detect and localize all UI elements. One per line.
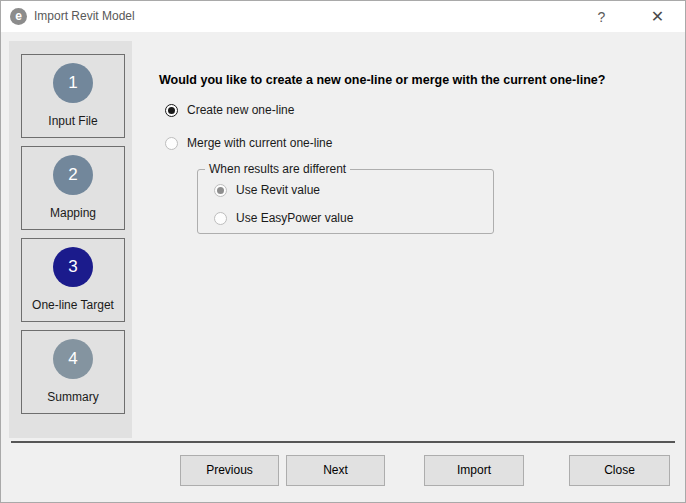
step-label: Mapping xyxy=(22,206,124,220)
radio-use-revit-value[interactable]: Use Revit value xyxy=(214,183,320,197)
step-mapping[interactable]: 2 Mapping xyxy=(21,146,125,230)
step-number-badge: 1 xyxy=(53,63,93,103)
step-number-badge: 2 xyxy=(53,155,93,195)
step-label: One-line Target xyxy=(22,298,124,312)
step-one-line-target[interactable]: 3 One-line Target xyxy=(21,238,125,322)
question-heading: Would you like to create a new one-line … xyxy=(159,73,605,87)
step-input-file[interactable]: 1 Input File xyxy=(21,54,125,138)
import-button[interactable]: Import xyxy=(424,455,524,486)
radio-label: Use EasyPower value xyxy=(236,211,353,225)
step-number-badge: 4 xyxy=(53,339,93,379)
radio-create-new-one-line[interactable]: Create new one-line xyxy=(165,103,294,117)
help-button[interactable]: ? xyxy=(579,1,624,32)
step-number-badge: 3 xyxy=(53,247,93,287)
title-bar: e Import Revit Model ? ✕ xyxy=(1,1,685,32)
next-button[interactable]: Next xyxy=(286,455,385,486)
previous-button[interactable]: Previous xyxy=(180,455,279,486)
radio-button-icon[interactable] xyxy=(165,137,178,150)
groupbox-title: When results are different xyxy=(205,162,350,176)
window-close-button[interactable]: ✕ xyxy=(635,1,680,32)
import-revit-model-dialog: e Import Revit Model ? ✕ 1 Input File 2 … xyxy=(0,0,686,503)
radio-button-icon[interactable] xyxy=(165,104,178,117)
radio-button-icon[interactable] xyxy=(214,184,227,197)
radio-button-icon[interactable] xyxy=(214,212,227,225)
step-label: Input File xyxy=(22,114,124,128)
wizard-steps-sidebar: 1 Input File 2 Mapping 3 One-line Target… xyxy=(9,41,132,438)
radio-use-easypower-value[interactable]: Use EasyPower value xyxy=(214,211,353,225)
radio-label: Merge with current one-line xyxy=(187,136,332,150)
radio-label: Use Revit value xyxy=(236,183,320,197)
radio-merge-with-current-one-line[interactable]: Merge with current one-line xyxy=(165,136,332,150)
when-results-differ-groupbox: When results are different Use Revit val… xyxy=(197,169,494,234)
step-summary[interactable]: 4 Summary xyxy=(21,330,125,414)
radio-label: Create new one-line xyxy=(187,103,294,117)
footer-separator xyxy=(11,441,675,443)
easypower-logo-icon: e xyxy=(10,8,27,25)
step-label: Summary xyxy=(22,390,124,404)
close-button[interactable]: Close xyxy=(569,455,670,486)
window-title: Import Revit Model xyxy=(34,9,135,23)
